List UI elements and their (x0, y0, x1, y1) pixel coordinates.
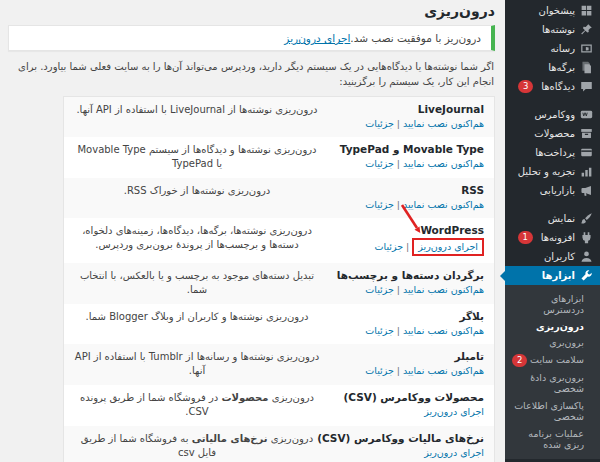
product-box-icon (580, 127, 593, 140)
install-now-link[interactable]: هم‌اکنون نصب نمایید (403, 158, 484, 169)
user-icon (580, 250, 593, 263)
importer-description: درون‌ریزی نوشته‌ها، برگه‌ها، دیدگاه‌ها، … (64, 218, 326, 259)
sidebar-item-tools[interactable]: ابزارها (505, 266, 600, 285)
bar-chart-icon (580, 165, 593, 178)
sidebar-item-analytics[interactable]: تجزیه و تحلیل (505, 162, 600, 181)
success-notice: درون‌ریز با موفقیت نصب شد.اجرای درون‌ریز (8, 25, 495, 51)
install-now-link[interactable]: هم‌اکنون نصب نمایید (403, 118, 484, 129)
importer-name: WordPress (336, 224, 484, 237)
sidebar-item-marketing[interactable]: بازاریابی (505, 181, 600, 200)
site-health-count-badge: 2 (512, 354, 527, 367)
media-icon (580, 42, 593, 55)
sidebar-item-woocommerce[interactable]: ووکامرس (505, 105, 600, 124)
wrench-icon (580, 269, 593, 282)
notice-text: درون‌ریز با موفقیت نصب شد. (350, 32, 481, 44)
importer-name: بلاگر (336, 310, 484, 323)
importer-name: LiveJournal (336, 103, 484, 116)
importer-description: درون‌ریزی نوشته‌ها از خوراک RSS. (64, 178, 326, 205)
credit-card-icon (580, 146, 593, 159)
importer-name: محصولات ووکامرس (CSV) (336, 391, 484, 404)
importers-table: LiveJournal هم‌اکنون نصب نمایید|جزئیات د… (63, 96, 495, 462)
importer-name: RSS (336, 184, 484, 197)
sidebar-item-plugins[interactable]: افزونه‌ها 1 (505, 228, 600, 247)
megaphone-icon (580, 184, 593, 197)
action-divider: | (397, 118, 400, 129)
sidebar-item-posts[interactable]: نوشته‌ها (505, 20, 600, 39)
action-divider: | (397, 158, 400, 169)
action-divider: | (397, 325, 400, 336)
importer-description: تبدیل دسته‌های موجود به برچسب و یا بالعک… (64, 263, 326, 304)
importer-description: درون‌ریزی نوشته‌ها از LiveJournal با است… (64, 97, 326, 124)
importer-name: برگردان دسته‌ها و برچسب‌ها (336, 269, 484, 282)
comments-count-badge: 3 (518, 80, 533, 93)
install-now-link[interactable]: هم‌اکنون نصب نمایید (403, 199, 484, 210)
sidebar-item-payments[interactable]: پرداخت‌ها (505, 143, 600, 162)
sidebar-item-appearance[interactable]: نمایش (505, 209, 600, 228)
submenu-item-scheduled-actions[interactable]: عملیات برنامه ریزی شده (505, 425, 600, 453)
action-divider: | (397, 284, 400, 295)
plugins-count-badge: 1 (518, 231, 533, 244)
details-link[interactable]: جزئیات (375, 241, 403, 252)
import-page: درون‌ریزی درون‌ریز با موفقیت نصب شد.اجرا… (0, 0, 505, 462)
admin-sidebar: پیشخوان نوشته‌ها رسانه برگه‌ها دیدگاه‌ها… (505, 0, 600, 462)
details-link[interactable]: جزئیات (365, 199, 393, 210)
submenu-item-erase-personal-data[interactable]: پاکسازی اطلاعات شخصی (505, 397, 600, 425)
importer-description: درون‌ریزی محصولات در فروشگاه شما از طریق… (64, 385, 326, 426)
tools-submenu: ابزارهای دردسترس درون‌ریزی برون‌بری سلام… (505, 285, 600, 459)
paintbrush-icon (580, 212, 593, 225)
action-divider: | (397, 365, 400, 376)
dashboard-icon (580, 4, 593, 17)
run-importer-link[interactable]: اجرای درون‌ریز (424, 406, 484, 417)
importer-row-woocommerce-tax-rates: نرخ‌های مالیات ووکامرس (CSV) اجرای درون‌… (64, 426, 494, 462)
details-link[interactable]: جزئیات (365, 365, 393, 376)
active-item-arrow (497, 271, 505, 281)
details-link[interactable]: جزئیات (365, 118, 393, 129)
install-now-link[interactable]: هم‌اکنون نصب نمایید (403, 325, 484, 336)
menu-separator (505, 96, 600, 105)
importer-row-movabletype: Movable Type و TypePad هم‌اکنون نصب نمای… (64, 137, 494, 178)
comment-bubble-icon (580, 80, 593, 93)
woocommerce-icon (580, 108, 593, 121)
details-link[interactable]: جزئیات (365, 284, 393, 295)
importer-name: تامبلر (336, 350, 484, 363)
menu-separator (505, 200, 600, 209)
details-link[interactable]: جزئیات (365, 158, 393, 169)
importer-description: درون‌ریزی نرخ‌های مالیاتی به فروشگاه شما… (64, 426, 326, 462)
pushpin-icon (580, 23, 593, 36)
sidebar-item-media[interactable]: رسانه (505, 39, 600, 58)
pages-icon (580, 61, 593, 74)
importer-row-categories-tags-converter: برگردان دسته‌ها و برچسب‌ها هم‌اکنون نصب … (64, 263, 494, 304)
importer-row-wordpress: WordPress اجرای درون‌ریز |جزئیات درون‌ری… (64, 218, 494, 263)
sidebar-item-users[interactable]: کاربران (505, 247, 600, 266)
sidebar-item-dashboard[interactable]: پیشخوان (505, 1, 600, 20)
submenu-item-site-health[interactable]: سلامت سایت2 (505, 351, 600, 369)
install-now-link[interactable]: هم‌اکنون نصب نمایید (403, 365, 484, 376)
intro-text: اگر شما نوشته‌ها یا دیدگاه‌هایی در یک سی… (9, 60, 494, 89)
submenu-item-export[interactable]: برون‌بری (505, 335, 600, 352)
run-importer-notice-link[interactable]: اجرای درون‌ریز (284, 32, 350, 44)
action-divider: | (397, 199, 400, 210)
submenu-item-import[interactable]: درون‌ریزی (505, 318, 600, 335)
importer-description: درون‌ریزی نوشته‌ها و رسانه‌ها از Tumblr … (64, 344, 326, 385)
importer-row-woocommerce-products: محصولات ووکامرس (CSV) اجرای درون‌ریز درو… (64, 385, 494, 426)
action-divider: | (406, 241, 409, 252)
run-importer-link[interactable]: اجرای درون‌ریز (424, 447, 484, 458)
importer-row-livejournal: LiveJournal هم‌اکنون نصب نمایید|جزئیات د… (64, 97, 494, 137)
submenu-item-available-tools[interactable]: ابزارهای دردسترس (505, 290, 600, 318)
submenu-item-export-personal-data[interactable]: برون‌بری دادهٔ شخصی (505, 369, 600, 397)
run-importer-annotated: اجرای درون‌ریز (412, 238, 484, 256)
importer-row-rss: RSS هم‌اکنون نصب نمایید|جزئیات درون‌ریزی… (64, 178, 494, 218)
details-link[interactable]: جزئیات (365, 325, 393, 336)
plugin-icon (580, 231, 593, 244)
importer-name: نرخ‌های مالیات ووکامرس (CSV) (336, 432, 484, 445)
importer-name: Movable Type و TypePad (336, 143, 484, 156)
importer-row-tumblr: تامبلر هم‌اکنون نصب نمایید|جزئیات درون‌ر… (64, 344, 494, 385)
sidebar-item-pages[interactable]: برگه‌ها (505, 58, 600, 77)
sidebar-item-products[interactable]: محصولات (505, 124, 600, 143)
importer-row-blogger: بلاگر هم‌اکنون نصب نمایید|جزئیات درون‌ری… (64, 304, 494, 344)
page-title: درون‌ریزی (8, 3, 495, 20)
importer-description: درون‌ریزی نوشته‌ها و کاربران از وبلاگ Bl… (64, 304, 326, 331)
install-now-link[interactable]: هم‌اکنون نصب نمایید (403, 284, 484, 295)
run-importer-link[interactable]: اجرای درون‌ریز (412, 238, 484, 256)
sidebar-item-comments[interactable]: دیدگاه‌ها 3 (505, 77, 600, 96)
